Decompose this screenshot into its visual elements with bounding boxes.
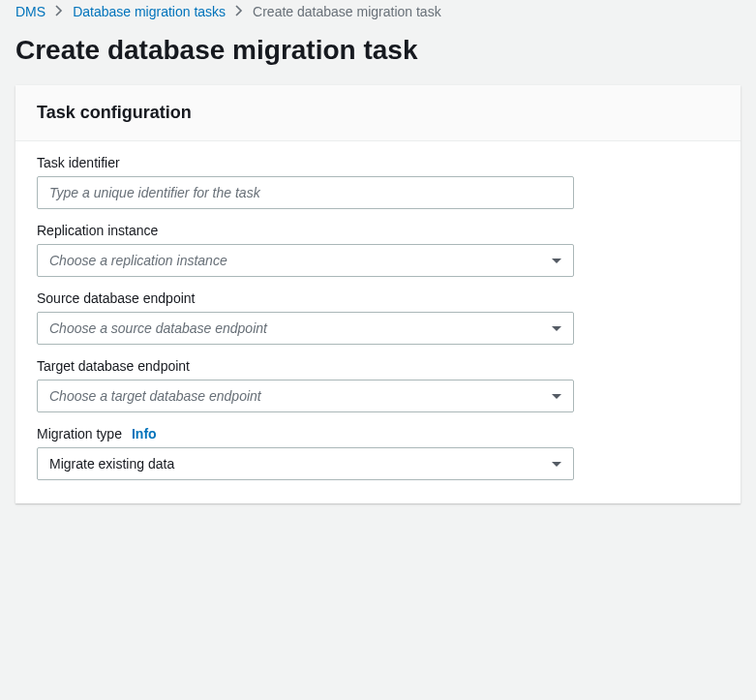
caret-down-icon (552, 462, 561, 467)
migration-type-info-link[interactable]: Info (132, 426, 157, 441)
target-endpoint-placeholder: Choose a target database endpoint (49, 388, 261, 404)
task-identifier-group: Task identifier (37, 155, 719, 209)
task-identifier-label: Task identifier (37, 155, 719, 170)
source-endpoint-select[interactable]: Choose a source database endpoint (37, 312, 574, 345)
migration-type-value: Migrate existing data (49, 456, 174, 472)
breadcrumb-dms[interactable]: DMS (15, 4, 45, 19)
breadcrumb: DMS Database migration tasks Create data… (0, 0, 756, 19)
target-endpoint-group: Target database endpoint Choose a target… (37, 358, 719, 412)
migration-type-label: Migration type (37, 426, 122, 441)
breadcrumb-current: Create database migration task (253, 4, 441, 19)
panel-body: Task identifier Replication instance Cho… (15, 141, 741, 503)
caret-down-icon (552, 259, 561, 263)
breadcrumb-migration-tasks[interactable]: Database migration tasks (73, 4, 226, 19)
page-title: Create database migration task (0, 19, 756, 85)
target-endpoint-label: Target database endpoint (37, 358, 719, 374)
chevron-right-icon (55, 4, 63, 19)
source-endpoint-group: Source database endpoint Choose a source… (37, 290, 719, 345)
task-identifier-input[interactable] (37, 176, 574, 209)
task-configuration-panel: Task configuration Task identifier Repli… (15, 85, 741, 503)
migration-type-label-row: Migration type Info (37, 426, 719, 441)
caret-down-icon (552, 326, 561, 331)
replication-instance-placeholder: Choose a replication instance (49, 253, 227, 268)
migration-type-group: Migration type Info Migrate existing dat… (37, 426, 719, 480)
chevron-right-icon (235, 4, 243, 19)
panel-header: Task configuration (15, 85, 741, 141)
replication-instance-label: Replication instance (37, 223, 719, 238)
source-endpoint-placeholder: Choose a source database endpoint (49, 320, 267, 336)
source-endpoint-label: Source database endpoint (37, 290, 719, 306)
target-endpoint-select[interactable]: Choose a target database endpoint (37, 380, 574, 412)
replication-instance-group: Replication instance Choose a replicatio… (37, 223, 719, 277)
replication-instance-select[interactable]: Choose a replication instance (37, 244, 574, 277)
caret-down-icon (552, 394, 561, 399)
migration-type-select[interactable]: Migrate existing data (37, 447, 574, 480)
